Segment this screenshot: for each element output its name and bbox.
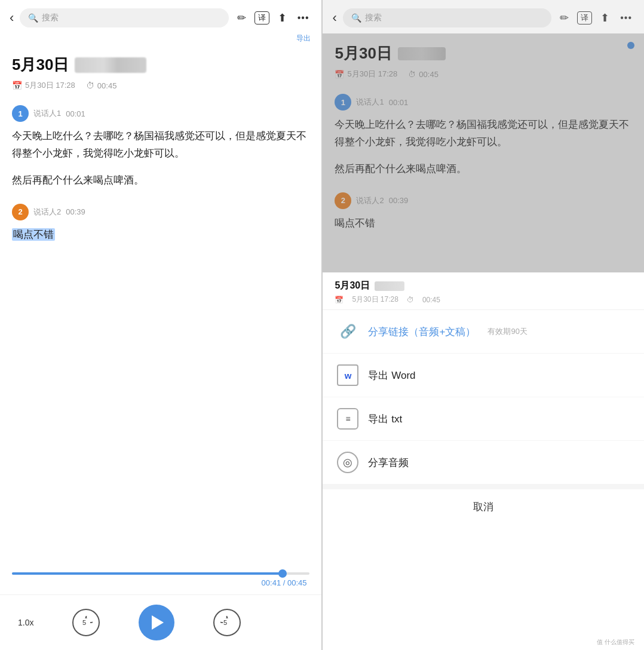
sheet-share-link-item[interactable]: 🔗 分享链接（音频+文稿） 有效期90天 xyxy=(323,310,644,354)
speaker2-avatar-left: 2 xyxy=(12,204,29,220)
note-title-right: 5月30日 xyxy=(335,43,632,64)
speaker-block-1-right: 1 说话人1 00:01 今天晚上吃什么？去哪吃？杨国福我感觉还可以，但是感觉夏… xyxy=(335,94,632,178)
speed-button-left[interactable]: 1.0x xyxy=(18,618,33,627)
player-controls-left: 1.0x 5 5 xyxy=(12,605,309,640)
blue-dot-right xyxy=(627,42,634,49)
speaker1-avatar-right: 1 xyxy=(335,94,351,111)
translate-button-right[interactable]: 译 xyxy=(577,11,592,24)
rewind-button-left[interactable]: 5 xyxy=(72,609,100,636)
speaker2-name-right: 说话人2 xyxy=(356,195,384,206)
speaker2-time-left: 00:39 xyxy=(66,207,85,216)
clock-icon-left: ⏱ xyxy=(86,81,94,90)
watermark-right: 值 什么值得买 xyxy=(594,637,637,648)
edit-icon-right[interactable]: ✏ xyxy=(557,10,571,26)
speaker-header-1-right: 1 说话人1 00:01 xyxy=(335,94,632,111)
sheet-export-txt-label: 导出 txt xyxy=(368,412,402,426)
left-panel: ‹ 🔍 搜索 ✏ 译 ⬆ ••• 导出 5月30日 📅 5月30日 17:28 … xyxy=(0,0,321,650)
speaker2-name-left: 说话人2 xyxy=(33,207,61,217)
speech-text-1-right: 今天晚上吃什么？去哪吃？杨国福我感觉还可以，但是感觉夏天不得整个小龙虾，我觉得吃… xyxy=(335,116,632,178)
left-content: 5月30日 📅 5月30日 17:28 ⏱ 00:45 1 说话人1 00:01… xyxy=(0,45,321,572)
speech-text-2-left: 喝点不错 xyxy=(12,226,309,244)
share-icon-right[interactable]: ⬆ xyxy=(598,10,612,26)
audio-icon: ◎ xyxy=(337,452,358,473)
bottom-player-left: 1.0x 5 5 xyxy=(0,594,321,650)
meta-time-left: ⏱ 00:45 xyxy=(86,81,117,90)
speaker2-avatar-right: 2 xyxy=(335,192,351,209)
right-toolbar: ‹ 🔍 搜索 ✏ 译 ⬆ ••• xyxy=(323,0,644,33)
calendar-icon-left: 📅 xyxy=(12,81,22,90)
right-content-area: 5月30日 📅 5月30日 17:28 ⏱ 00:45 1 说话人1 xyxy=(323,33,644,272)
calendar-icon-right: 📅 xyxy=(335,70,344,79)
export-label-left: 导出 xyxy=(296,34,311,42)
play-pause-button-left[interactable] xyxy=(139,605,174,640)
speaker-header-1-left: 1 说话人1 00:01 xyxy=(12,105,309,122)
search-icon-right: 🔍 xyxy=(351,13,361,23)
search-placeholder-right: 搜索 xyxy=(365,13,382,23)
word-icon: w xyxy=(337,364,358,386)
speech-text-2-right: 喝点不错 xyxy=(335,215,632,232)
sheet-mini-title: 5月30日 xyxy=(335,280,632,292)
speaker1-name-left: 说话人1 xyxy=(33,108,61,119)
sheet-share-link-label: 分享链接（音频+文稿） xyxy=(368,325,476,339)
speaker-block-2-right: 2 说话人2 00:39 喝点不错 xyxy=(335,192,632,232)
meta-row-right: 📅 5月30日 17:28 ⏱ 00:45 xyxy=(335,69,632,79)
speaker-block-1-left: 1 说话人1 00:01 今天晚上吃什么？去哪吃？杨国福我感觉还可以，但是感觉夏… xyxy=(12,105,309,189)
share-icon-left[interactable]: ⬆ xyxy=(275,10,289,26)
sheet-share-audio-item[interactable]: ◎ 分享音频 xyxy=(323,441,644,485)
speech-text-1-left: 今天晚上吃什么？去哪吃？杨国福我感觉还可以，但是感觉夏天不得整个小龙虾，我觉得吃… xyxy=(12,128,309,189)
rewind-circle-left: 5 xyxy=(72,609,100,636)
bottom-sheet: 5月30日 📅 5月30日 17:28 ⏱ 00:45 🔗 分享链接（音频+文稿… xyxy=(323,272,644,525)
speaker1-time-left: 00:01 xyxy=(66,109,85,118)
search-placeholder-left: 搜索 xyxy=(42,13,59,23)
sheet-mini-header: 5月30日 📅 5月30日 17:28 ⏱ 00:45 xyxy=(323,272,644,310)
back-button-right[interactable]: ‹ xyxy=(332,11,336,24)
share-link-icon: 🔗 xyxy=(337,321,358,342)
speaker-header-2-left: 2 说话人2 00:39 xyxy=(12,204,309,220)
note-title-left: 5月30日 xyxy=(12,54,309,75)
sheet-share-audio-label: 分享音频 xyxy=(368,456,409,470)
sheet-title-blur xyxy=(375,281,404,291)
speaker1-name-right: 说话人1 xyxy=(356,97,384,108)
search-bar-right[interactable]: 🔍 搜索 xyxy=(343,8,551,27)
sheet-mini-meta: 📅 5月30日 17:28 ⏱ 00:45 xyxy=(335,295,632,305)
sheet-meta-clock-icon: ⏱ xyxy=(407,296,414,304)
sheet-export-word-item[interactable]: w 导出 Word xyxy=(323,354,644,397)
translate-button-left[interactable]: 译 xyxy=(254,11,269,24)
sheet-share-link-sub: 有效期90天 xyxy=(487,326,527,337)
svg-text:5: 5 xyxy=(223,619,227,626)
meta-row-left: 📅 5月30日 17:28 ⏱ 00:45 xyxy=(12,80,309,91)
speaker1-time-right: 00:01 xyxy=(389,98,409,107)
meta-time-right: ⏱ 00:45 xyxy=(408,70,438,79)
txt-icon: ≡ xyxy=(337,408,358,430)
svg-text:5: 5 xyxy=(82,619,86,626)
speaker1-avatar-left: 1 xyxy=(12,105,29,122)
clock-icon-right: ⏱ xyxy=(408,70,416,79)
edit-icon-left[interactable]: ✏ xyxy=(235,10,249,26)
search-icon-left: 🔍 xyxy=(28,13,38,23)
more-icon-left[interactable]: ••• xyxy=(295,11,312,24)
right-content-scroll: 5月30日 📅 5月30日 17:28 ⏱ 00:45 1 说话人1 xyxy=(323,33,644,272)
more-icon-right[interactable]: ••• xyxy=(618,11,634,24)
back-button[interactable]: ‹ xyxy=(10,11,14,24)
sheet-meta-calendar-icon: 📅 xyxy=(335,296,344,304)
title-blur-right xyxy=(398,47,446,60)
right-panel: ‹ 🔍 搜索 ✏ 译 ⬆ ••• 5月30日 📅 5月30日 17:28 xyxy=(323,0,644,650)
highlighted-text-left: 喝点不错 xyxy=(12,228,55,241)
left-toolbar: ‹ 🔍 搜索 ✏ 译 ⬆ ••• xyxy=(0,0,321,33)
forward-button-left[interactable]: 5 xyxy=(213,609,241,636)
forward-circle-left: 5 xyxy=(213,609,241,636)
sheet-export-word-label: 导出 Word xyxy=(368,369,415,382)
speaker-header-2-right: 2 说话人2 00:39 xyxy=(335,192,632,209)
title-blur-left xyxy=(75,57,146,73)
playback-time-left: 00:41 / 00:45 xyxy=(12,578,309,587)
search-bar-left[interactable]: 🔍 搜索 xyxy=(20,8,228,27)
meta-date-right: 📅 5月30日 17:28 xyxy=(335,69,397,79)
speaker2-time-right: 00:39 xyxy=(389,196,409,205)
sheet-export-txt-item[interactable]: ≡ 导出 txt xyxy=(323,397,644,441)
meta-date-left: 📅 5月30日 17:28 xyxy=(12,80,75,91)
play-icon-left xyxy=(152,615,164,630)
sheet-cancel-button[interactable]: 取消 xyxy=(323,485,644,525)
speaker-block-2-left: 2 说话人2 00:39 喝点不错 xyxy=(12,204,309,244)
